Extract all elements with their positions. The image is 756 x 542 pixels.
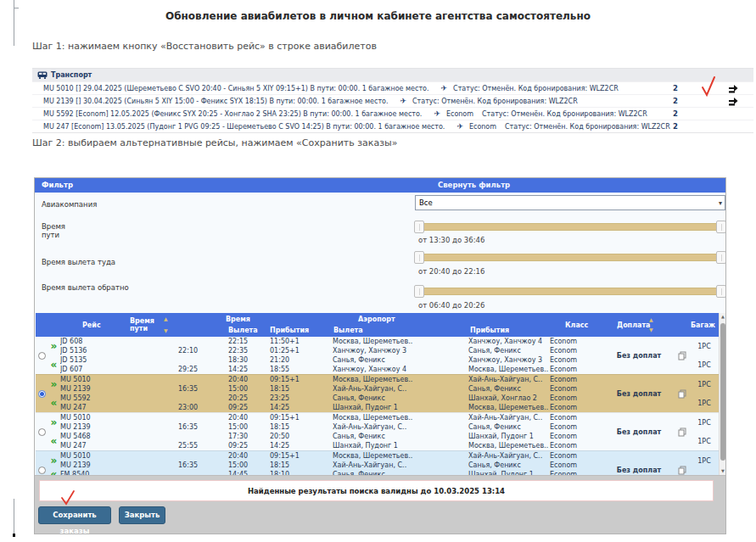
col-group-time: Время: [226, 316, 250, 323]
flight-number: MU 2139: [60, 461, 126, 470]
departure-time: 18:30: [209, 355, 270, 365]
results-table-scrollbar[interactable]: ▲ ▼: [719, 313, 726, 475]
radio-cell: [36, 337, 48, 374]
departure-airport: Москва, Шереметьев..: [333, 337, 468, 346]
passenger-count: 2: [673, 108, 678, 120]
status-text: Статус: Отменён. Код бронирования: WLZ2C…: [453, 85, 619, 92]
arrival-time: 23:25: [270, 394, 333, 403]
slider-handle-min[interactable]: [414, 221, 424, 233]
sort-arrows-duration[interactable]: ▲▼: [164, 316, 168, 333]
sort-desc-icon[interactable]: ▼: [649, 327, 653, 332]
copy-icon[interactable]: [675, 375, 689, 412]
baggage-value: 1PC: [689, 337, 719, 355]
flight-option-group: »«MU 501020:4009:15+1Москва, Шереметьев.…: [36, 450, 719, 475]
departure-airport: Шанхай, Пудонг 1: [333, 403, 468, 412]
sort-asc-icon[interactable]: ▲: [649, 317, 653, 322]
departure-time: 22:15: [209, 337, 270, 346]
airline-label: Авиакомпания: [42, 200, 97, 209]
slider-handle-max[interactable]: [716, 251, 726, 264]
cabin-class: Econom: [550, 346, 602, 355]
duration: [126, 337, 209, 346]
sort-desc-icon[interactable]: ▼: [164, 328, 168, 333]
flight-number: JD 608: [60, 337, 126, 346]
radio-cell: [36, 413, 48, 450]
departure-outbound-range-slider[interactable]: [415, 254, 725, 261]
slider-handle-min[interactable]: [414, 251, 424, 264]
plane-icon: ✈: [456, 122, 463, 131]
slider-handle-max[interactable]: [716, 221, 726, 233]
cabin-class: Econom: [550, 394, 602, 403]
plane-icon: ✈: [400, 97, 406, 105]
flight-option-radio[interactable]: [38, 390, 46, 398]
arrival-airport: Санья, Феникс: [468, 422, 550, 432]
flight-number: MU 5592: [60, 394, 126, 403]
duration: 23:00: [126, 403, 209, 412]
restore-flight-button[interactable]: [728, 97, 738, 106]
duration: 25:55: [126, 441, 209, 450]
airline-select-value: Все: [419, 198, 433, 207]
col-baggage: Багаж: [691, 321, 715, 329]
arrival-time: 09:15+1: [270, 375, 333, 384]
plane-icon: ✈: [441, 84, 448, 92]
departure-time: 17:30: [209, 432, 270, 441]
flight-option-group: »«MU 501020:4009:15+1Москва, Шереметьев.…: [36, 412, 719, 450]
arrival-airport: Хай-Ань-Хайгуан, С..: [468, 375, 550, 384]
flight-number: JD 5135: [60, 355, 126, 365]
duration: [126, 355, 209, 365]
flight-number: MU 2139: [60, 384, 126, 394]
flight-summary-text: MU 247 [Econom] 13.05.2025 (Пудонг 1 PVG…: [43, 123, 445, 131]
col-time-departure: Вылета: [228, 327, 258, 334]
departure-airport: Санья, Феникс: [333, 432, 468, 441]
passenger-count: 2: [673, 120, 678, 133]
flight-option-radio[interactable]: [38, 352, 46, 360]
surcharge-value: Без доплат: [602, 337, 675, 374]
departure-return-range-slider[interactable]: [415, 288, 725, 295]
departure-return-filter-label: Время вылета обратно: [42, 283, 129, 292]
departure-time: 09:25: [209, 403, 270, 412]
col-surcharge[interactable]: Доплата: [617, 321, 650, 329]
copy-icon[interactable]: [675, 413, 689, 450]
flight-summary-text: MU 5010 [] 29.04.2025 (Шереметьево C SVO…: [43, 85, 429, 92]
restore-flight-button[interactable]: [728, 84, 738, 93]
cabin-class: Econom: [550, 451, 602, 461]
surcharge-value: Без доплат: [602, 375, 675, 412]
departure-airport: Хай-Ань-Хайгуан, С..: [333, 422, 468, 432]
collapse-filter-link[interactable]: Свернуть фильтр: [438, 178, 510, 193]
sort-asc-icon[interactable]: ▲: [164, 316, 168, 321]
baggage-value: 1PC: [689, 432, 719, 450]
duration-range-slider[interactable]: [415, 223, 725, 231]
duration: [126, 432, 209, 441]
sort-arrows-surcharge[interactable]: ▲▼: [649, 317, 653, 332]
flight-option-radio[interactable]: [38, 428, 46, 436]
col-flight[interactable]: Рейс: [82, 321, 101, 329]
col-duration[interactable]: Время пути: [130, 317, 160, 332]
scroll-up-icon[interactable]: ▲: [720, 313, 726, 321]
scrollbar-thumb[interactable]: [720, 323, 725, 461]
flight-number: MU 5010: [60, 451, 126, 461]
flight-number: JD 5136: [60, 346, 126, 355]
col-airport-departure: Вылета: [333, 327, 363, 334]
arrival-airport: Хай-Ань-Хайгуан, С..: [468, 413, 550, 422]
departure-time: 15:00: [209, 461, 270, 470]
flight-option-radio[interactable]: [38, 467, 46, 474]
duration: [126, 451, 209, 461]
copy-icon[interactable]: [675, 337, 689, 374]
panel-footer: Найденные результаты поиска валидны до 1…: [35, 475, 725, 534]
save-orders-button[interactable]: Сохранить заказы: [38, 506, 111, 524]
arrival-time: 09:15+1: [270, 413, 333, 422]
departure-time: 15:00: [209, 422, 270, 432]
copy-icon[interactable]: [675, 451, 689, 475]
step1-label: Шаг 1: нажимаем кнопку «Восстановить рей…: [32, 41, 377, 52]
baggage-value: 1PC: [689, 375, 719, 394]
duration-filter-label: Время пути: [42, 222, 74, 239]
cabin-class: Econom: [550, 355, 602, 365]
slider-handle-max[interactable]: [716, 285, 726, 298]
airline-select[interactable]: Все ▾: [415, 195, 725, 210]
departure-airport: Ханчжоу, Ханчжоу 3: [333, 346, 468, 355]
status-text: Статус: Отменён. Код бронирования: WLZ2C…: [482, 110, 647, 118]
duration: [126, 375, 209, 384]
slider-handle-min[interactable]: [414, 285, 424, 298]
duration: 22:10: [126, 346, 209, 355]
close-button[interactable]: Закрыть: [119, 506, 165, 524]
scroll-down-icon[interactable]: ▼: [720, 467, 726, 475]
